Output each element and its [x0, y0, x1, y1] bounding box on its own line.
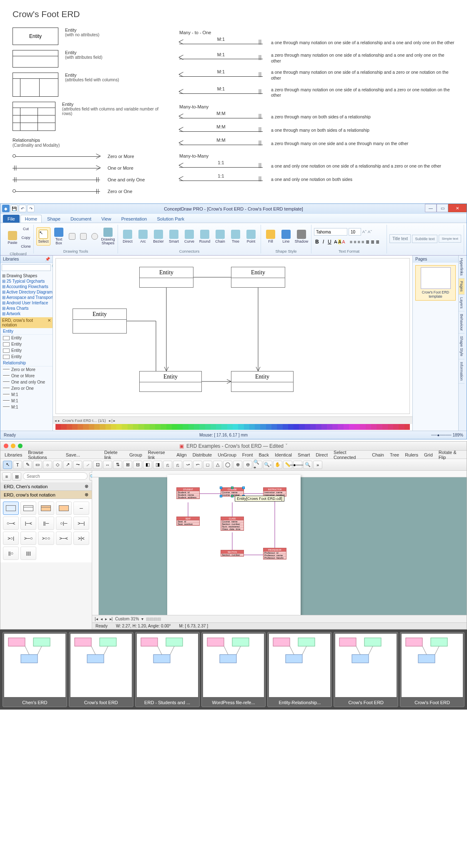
menu-libraries[interactable]: Libraries — [5, 452, 22, 457]
menu-rulers[interactable]: Rulers — [405, 452, 418, 457]
toolbar-icon[interactable]: ○ — [43, 461, 52, 469]
maximize-button[interactable]: ▭ — [437, 204, 448, 212]
toolbar-icon[interactable]: ⤺ — [193, 461, 202, 469]
template-card[interactable]: Crow's foot ERD — [69, 632, 133, 707]
menu-front[interactable]: Front — [242, 452, 253, 457]
shape-entity[interactable] — [3, 502, 19, 515]
erd-entity[interactable]: STUDENTStudent_idStudent_nameStudent_add… — [176, 487, 200, 499]
canvas-entity[interactable]: Entity — [231, 267, 285, 288]
stencil-item[interactable]: Entity — [0, 347, 53, 354]
shape-entity-rows[interactable] — [56, 502, 72, 515]
page-tab[interactable]: Crow's Foot ERD t… (1/1) — [63, 419, 106, 423]
shape-m1[interactable]: >─| — [73, 517, 89, 530]
menu-tab-document[interactable]: Document — [66, 215, 96, 223]
menu-group[interactable]: Group — [129, 452, 142, 457]
tree-item[interactable]: ⊞ Accounting Flowcharts — [2, 284, 51, 289]
direct-connector-button[interactable]: Direct — [121, 227, 135, 246]
tree-item[interactable]: ⊞ Artwork — [2, 311, 51, 316]
line-tool-icon[interactable] — [67, 232, 77, 241]
toolbar-icon[interactable]: ⊕ — [233, 461, 242, 469]
drawing-shapes-button[interactable]: Drawing Shapes — [101, 227, 115, 246]
qat-redo-icon[interactable]: ↷ — [27, 205, 35, 212]
side-tab-shape-style[interactable]: Shape Style — [459, 334, 464, 359]
shape-m1-b[interactable]: >○| — [3, 532, 19, 545]
toolbar-icon[interactable]: ⊡ — [93, 461, 102, 469]
minimize-button[interactable] — [11, 444, 15, 448]
toolbar-icon[interactable]: ▭ — [33, 461, 42, 469]
erd-entity[interactable]: COURSECourse_nameCourse_number — [221, 487, 244, 497]
nav-prev-icon[interactable]: ◂ — [100, 617, 103, 621]
side-tab-layers[interactable]: Layers — [459, 295, 464, 311]
template-card[interactable]: ERD - Students and ... — [135, 632, 200, 707]
menu-smart[interactable]: Smart — [298, 452, 310, 457]
toolbar-icon[interactable]: ◇ — [53, 461, 62, 469]
line-style-button[interactable]: Line — [279, 227, 293, 246]
toolbar-icon[interactable]: ⎌ — [163, 461, 172, 469]
menu-direct[interactable]: Direct — [316, 452, 328, 457]
tree-connector-button[interactable]: Tree — [228, 227, 243, 246]
arc-connector-button[interactable]: Arc — [136, 227, 150, 246]
menu-tab-home[interactable]: Home — [20, 215, 42, 223]
menu-back[interactable]: Back — [259, 452, 269, 457]
menu-tab-presentation[interactable]: Presentation — [117, 215, 152, 223]
stencil-item[interactable]: Zero or One — [0, 385, 53, 391]
toolbar-icon[interactable]: ⟋ — [83, 461, 92, 469]
toolbar-icon[interactable]: ⎌ — [173, 461, 182, 469]
curve-connector-button[interactable]: Curve — [182, 227, 196, 246]
page-thumbnail[interactable]: Crow's Foot ERD template — [415, 265, 456, 301]
shape-11[interactable]: ||○ — [3, 547, 19, 560]
bezier-connector-button[interactable]: Bezier — [151, 227, 166, 246]
menu-select-connected[interactable]: Select Connected — [334, 450, 366, 460]
app-icon[interactable]: ◆ — [2, 205, 10, 212]
tree-item[interactable]: ⊞ 25 Typical Orgcharts — [2, 278, 51, 284]
shape-entity-cols[interactable] — [38, 502, 54, 515]
rect-tool-icon[interactable] — [78, 232, 88, 241]
close-button[interactable] — [4, 444, 8, 448]
tree-item[interactable]: ⊞ Area Charts — [2, 306, 51, 311]
menu-tab-shape[interactable]: Shape — [43, 215, 65, 223]
font-select[interactable] — [314, 228, 347, 236]
erd-entity[interactable]: INSTRUCTORInstructor_nameInstructor_loca… — [263, 487, 286, 497]
shape-one-only[interactable]: ||─ — [38, 517, 54, 530]
stencil-item[interactable]: Entity — [0, 354, 53, 360]
side-tab-behaviour[interactable]: Behaviour — [459, 311, 464, 334]
menu-tab-solution-park[interactable]: Solution Park — [152, 215, 188, 223]
close-button[interactable]: ✕ — [448, 204, 467, 212]
menu-tab-file[interactable]: File — [3, 215, 20, 223]
menu-align[interactable]: Align — [176, 452, 186, 457]
erd-entity[interactable]: CLASSCourse_nameSection_numberNum_regist… — [221, 517, 244, 531]
shape-zero-or-one[interactable]: ○|─ — [56, 517, 72, 530]
stencil-item[interactable]: One and only One — [0, 379, 53, 385]
menu-grid[interactable]: Grid — [424, 452, 433, 457]
erd-entity[interactable]: PROFESSORProfessor_idProfessor_nameProfe… — [263, 548, 286, 559]
shape-mm-b[interactable]: >|< — [73, 532, 89, 545]
title-style-button[interactable]: Title text — [389, 234, 411, 243]
side-tab-pages[interactable]: Pages — [459, 278, 464, 295]
drawing-canvas[interactable]: STUDENTStudent_idStudent_nameStudent_add… — [92, 471, 467, 615]
close-icon[interactable]: ⊗ — [85, 484, 88, 489]
stencil-tab-crowsfoot[interactable]: ERD, crow's foot notation⊗ — [0, 491, 92, 499]
menu-delete-link[interactable]: Delete link — [104, 450, 123, 460]
smart-connector-button[interactable]: Smart — [167, 227, 181, 246]
select-tool-button[interactable]: ↖Select — [36, 227, 50, 246]
toolbar-icon[interactable]: ↗ — [63, 461, 72, 469]
minimize-button[interactable]: — — [425, 204, 437, 212]
toolbar-icon[interactable]: △ — [213, 461, 222, 469]
shape-one-or-more[interactable]: |─< — [20, 517, 36, 530]
library-search-input[interactable] — [2, 264, 51, 271]
shape-mm[interactable]: >─< — [56, 532, 72, 545]
toolbar-icon[interactable]: 🔍- — [263, 461, 272, 469]
canvas-entity[interactable]: Entity — [231, 371, 294, 392]
toolbar-icon[interactable]: ✎ — [23, 461, 32, 469]
toolbar-icon[interactable]: ─●─── — [293, 461, 302, 469]
zoom-slider[interactable]: ──●──── — [431, 433, 452, 437]
template-card[interactable]: Chen's ERD — [3, 632, 67, 707]
stencil-item[interactable]: M:1 — [0, 404, 53, 410]
toolbar-icon[interactable]: ⊟ — [133, 461, 142, 469]
shadow-button[interactable]: Shadow — [294, 227, 309, 246]
search-input[interactable] — [23, 472, 88, 480]
close-stencil-icon[interactable]: ✕ — [48, 318, 51, 327]
qat-undo-icon[interactable]: ↶ — [19, 205, 26, 212]
toolbar-icon[interactable]: ⤳ — [73, 461, 82, 469]
nav-next-icon[interactable]: ▸ — [105, 617, 107, 621]
